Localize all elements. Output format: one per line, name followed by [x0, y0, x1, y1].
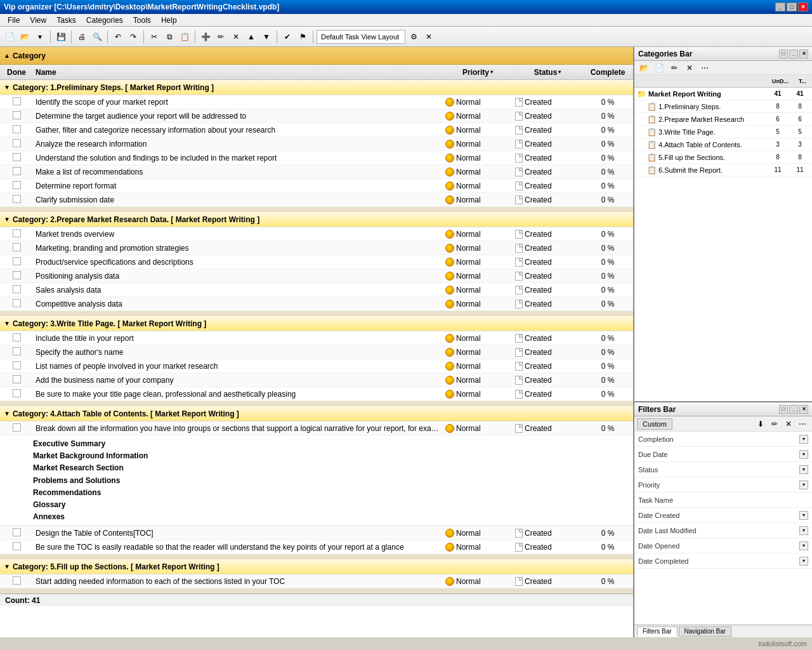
flt-tb-2[interactable]: ✏	[768, 417, 782, 431]
tb-up[interactable]: ▲	[244, 30, 258, 44]
tb-paste[interactable]: 📋	[178, 30, 192, 44]
task-checkbox[interactable]	[13, 528, 21, 536]
cat-tb-4[interactable]: ✕	[683, 61, 697, 75]
tb-save[interactable]: 💾	[54, 30, 68, 44]
tb-edit[interactable]: ✏	[214, 30, 228, 44]
task-row[interactable]: Design the Table of Contents[TOC] Normal…	[0, 526, 633, 540]
task-checkbox[interactable]	[13, 576, 21, 585]
tb-print[interactable]: 🖨	[75, 30, 89, 44]
category-row[interactable]: ▼Category: 4.Attach Table of Contents. […	[0, 406, 633, 421]
task-done-cell[interactable]	[0, 423, 33, 434]
task-done-cell[interactable]	[0, 347, 33, 357]
menu-categories[interactable]: Categories	[81, 15, 128, 26]
filter-dropdown[interactable]: ▾	[799, 557, 808, 566]
task-done-cell[interactable]	[0, 361, 33, 371]
task-done-cell[interactable]	[0, 299, 33, 309]
filter-dropdown[interactable]: ▾	[799, 481, 808, 489]
task-checkbox[interactable]	[13, 299, 21, 307]
task-checkbox[interactable]	[13, 257, 21, 265]
col-done-header[interactable]: Done	[0, 68, 33, 77]
task-done-cell[interactable]	[0, 271, 33, 281]
cat-tb-1[interactable]: 📂	[637, 61, 651, 75]
tab-filters-bar[interactable]: Filters Bar	[637, 627, 678, 637]
menu-tools[interactable]: Tools	[128, 15, 156, 26]
flt-panel-btn2[interactable]: _	[789, 405, 798, 414]
task-row[interactable]: List names of people involved in your ma…	[0, 359, 633, 373]
task-row[interactable]: Determine the target audience your repor…	[0, 109, 633, 123]
tb-delete[interactable]: ✕	[229, 30, 243, 44]
cat-tb-5[interactable]: ⋯	[698, 61, 712, 75]
task-checkbox[interactable]	[13, 167, 21, 175]
task-checkbox[interactable]	[13, 181, 21, 189]
cat-tree-item[interactable]: 📁 Market Report Writing 41 41	[634, 88, 812, 100]
filter-dropdown[interactable]: ▾	[799, 435, 808, 444]
col-name-header[interactable]: Name	[33, 68, 443, 77]
task-checkbox[interactable]	[13, 97, 21, 105]
task-row[interactable]: Include the title in your report Normal …	[0, 331, 633, 345]
task-checkbox[interactable]	[13, 285, 21, 293]
task-row[interactable]: Marketing, branding and promotion strate…	[0, 241, 633, 255]
task-done-cell[interactable]	[0, 181, 33, 191]
cat-tb-2[interactable]: 📄	[652, 61, 666, 75]
tb-open[interactable]: 📂	[18, 30, 32, 44]
task-row[interactable]: Make a list of recommendations Normal Cr…	[0, 165, 633, 179]
task-row[interactable]: Specify the author's name Normal Created…	[0, 345, 633, 359]
cat-panel-close[interactable]: ✕	[799, 50, 808, 58]
tb-layout-x[interactable]: ✕	[422, 30, 436, 44]
menu-view[interactable]: View	[25, 15, 51, 26]
task-done-cell[interactable]	[0, 576, 33, 587]
task-row[interactable]: Start adding needed information to each …	[0, 574, 633, 588]
flt-tb-1[interactable]: ⬇	[754, 417, 768, 431]
task-done-cell[interactable]	[0, 542, 33, 552]
task-done-cell[interactable]	[0, 243, 33, 253]
tb-copy[interactable]: ⧉	[162, 30, 176, 44]
task-row[interactable]: Break down all the information you have …	[0, 421, 633, 435]
cat-tree-item[interactable]: 📋 3.Write Title Page. 5 5	[634, 126, 812, 138]
task-checkbox[interactable]	[13, 111, 21, 119]
menu-tasks[interactable]: Tasks	[51, 15, 81, 26]
task-done-cell[interactable]	[0, 285, 33, 295]
filter-dropdown[interactable]: ▾	[799, 526, 808, 535]
task-row[interactable]: Competitive analysis data Normal Created…	[0, 297, 633, 311]
category-row[interactable]: ▼Category: 3.Write Title Page. [ Market …	[0, 316, 633, 331]
task-checkbox[interactable]	[13, 125, 21, 133]
task-row[interactable]: Determine report format Normal Created 0…	[0, 179, 633, 193]
tb-dropdown[interactable]: ▾	[33, 30, 47, 44]
task-done-cell[interactable]	[0, 97, 33, 107]
task-checkbox[interactable]	[13, 347, 21, 355]
task-row[interactable]: Gather, filter and categorize necessary …	[0, 123, 633, 137]
layout-label[interactable]: Default Task View Layout	[317, 30, 405, 44]
category-row[interactable]: ▼Category: 1.Preliminary Steps. [ Market…	[0, 80, 633, 95]
task-done-cell[interactable]	[0, 111, 33, 121]
task-row[interactable]: Identify the scope of your market report…	[0, 95, 633, 109]
filters-custom-btn[interactable]: Custom	[637, 418, 672, 430]
category-row[interactable]: ▼Category: 2.Prepare Market Research Dat…	[0, 212, 633, 227]
task-checkbox[interactable]	[13, 333, 21, 342]
cat-tree-item[interactable]: 📋 1.Preliminary Steps. 8 8	[634, 100, 812, 113]
task-checkbox[interactable]	[13, 375, 21, 383]
tb-undo[interactable]: ↶	[111, 30, 125, 44]
task-row[interactable]: Product/service specifications and descr…	[0, 255, 633, 269]
task-checkbox[interactable]	[13, 243, 21, 251]
task-row[interactable]: Add the business name of your company No…	[0, 373, 633, 387]
col-status-header[interactable]: Status ▾	[513, 68, 582, 77]
task-row[interactable]: Be sure the TOC is easily readable so th…	[0, 540, 633, 554]
task-row[interactable]: Analyze the research information Normal …	[0, 137, 633, 151]
tb-flag[interactable]: ⚑	[296, 30, 310, 44]
tb-preview[interactable]: 🔍	[90, 30, 104, 44]
task-checkbox[interactable]	[13, 153, 21, 161]
task-done-cell[interactable]	[0, 153, 33, 163]
task-row[interactable]: Positioning analysis data Normal Created…	[0, 269, 633, 283]
task-checkbox[interactable]	[13, 542, 21, 550]
task-done-cell[interactable]	[0, 195, 33, 205]
cat-tb-3[interactable]: ✏	[667, 61, 681, 75]
tb-check[interactable]: ✔	[280, 30, 294, 44]
minimize-button[interactable]: _	[775, 3, 785, 11]
task-done-cell[interactable]	[0, 257, 33, 267]
task-checkbox[interactable]	[13, 271, 21, 279]
task-row[interactable]: Understand the solution and findings to …	[0, 151, 633, 165]
filter-dropdown[interactable]: ▾	[799, 450, 808, 459]
task-checkbox[interactable]	[13, 139, 21, 147]
task-pane[interactable]: ▲ Category Done Name Priority ▾ Status ▾…	[0, 47, 634, 637]
task-done-cell[interactable]	[0, 229, 33, 239]
